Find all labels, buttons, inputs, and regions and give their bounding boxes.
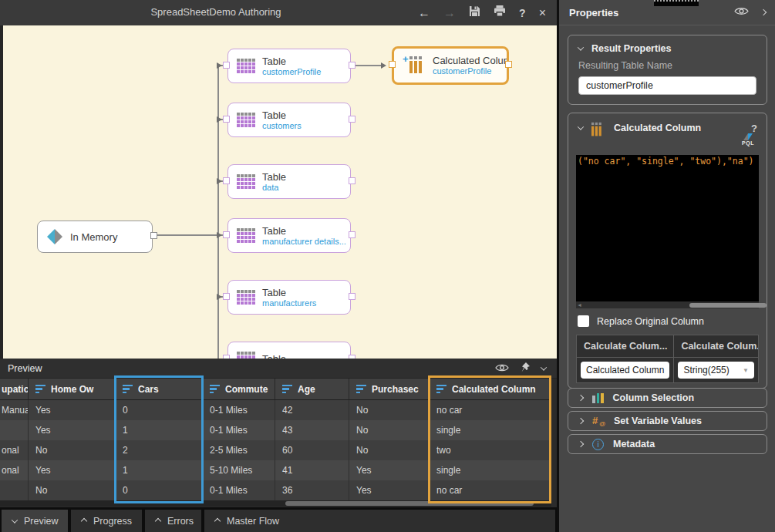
checkbox-label: Replace Original Column <box>597 316 704 327</box>
eye-icon[interactable] <box>495 362 509 375</box>
output-port[interactable] <box>349 62 355 69</box>
replace-original-column-checkbox[interactable] <box>578 315 589 327</box>
input-port[interactable] <box>223 177 230 184</box>
properties-header: Properties <box>559 0 775 25</box>
table-node-manufacturers[interactable]: Tablemanufacturers <box>227 280 351 315</box>
grid-column-header[interactable]: Calculate Colum... <box>674 335 758 358</box>
metadata-section[interactable]: i Metadata <box>568 434 767 454</box>
flow-canvas[interactable]: In Memory TablecustomerProfile Tablecust… <box>0 25 557 359</box>
table-row[interactable]: onalYes15-10 Miles41Yessingle <box>0 460 551 480</box>
column-header[interactable]: Calculated Column <box>430 379 551 400</box>
cell: 0 <box>116 400 203 420</box>
cell: 41 <box>275 460 349 480</box>
column-header[interactable]: Commute <box>203 379 275 400</box>
variable-icon: #@ <box>592 416 605 427</box>
print-icon[interactable] <box>494 5 506 20</box>
close-icon[interactable]: × <box>539 7 546 19</box>
editor-scrollbar[interactable]: ◄► <box>576 301 759 308</box>
back-icon[interactable]: ← <box>418 7 430 19</box>
table-node-partial[interactable]: Table <box>227 342 351 359</box>
edge-table-to-calc <box>355 65 381 66</box>
column-selection-icon <box>592 392 604 403</box>
arrowhead <box>381 62 386 69</box>
section-title: Set Variable Values <box>614 416 702 426</box>
input-port[interactable] <box>389 61 396 68</box>
help-icon[interactable]: ? <box>751 123 757 134</box>
eye-icon[interactable] <box>734 6 749 19</box>
column-header[interactable]: Purchasec <box>349 379 430 400</box>
in-memory-node[interactable]: In Memory <box>37 221 153 253</box>
node-title: Table <box>262 287 316 298</box>
table-row[interactable]: onalNo22-5 Miles60Notwo <box>0 440 551 460</box>
help-icon[interactable]: ? <box>519 8 526 19</box>
chevron-down-icon <box>12 517 18 523</box>
collapse-panel-icon[interactable] <box>541 364 547 370</box>
chevron-down-icon[interactable] <box>578 44 584 50</box>
tab-errors[interactable]: Errors <box>145 510 201 532</box>
input-port[interactable] <box>223 231 230 238</box>
output-port[interactable] <box>150 232 157 239</box>
input-port[interactable] <box>223 116 230 123</box>
cell: two <box>430 440 551 460</box>
table-row[interactable]: Yes10-1 Miles43Nosingle <box>0 420 551 440</box>
cell: Yes <box>29 420 116 440</box>
table-node-customerprofile[interactable]: TablecustomerProfile <box>227 49 351 83</box>
collapse-panel-icon[interactable] <box>760 9 767 15</box>
table-row[interactable]: ManualYes00-1 Miles42Nono car <box>0 400 551 420</box>
column-header[interactable]: Cars <box>116 379 203 400</box>
calculated-column-node[interactable]: + Calculated Colum...customerProfile <box>392 46 509 85</box>
chevron-down-icon: ▼ <box>743 367 749 374</box>
table-node-manufacturer-details[interactable]: Tablemanufacturer details... <box>227 218 351 253</box>
section-title: Result Properties <box>591 43 672 54</box>
table-row[interactable]: No00-1 Miles36Yesno car <box>0 480 551 500</box>
preview-panel-header: Preview <box>0 359 557 379</box>
pql-icon[interactable]: PQL <box>742 133 754 146</box>
forward-icon[interactable]: → <box>443 7 456 19</box>
save-icon[interactable] <box>469 5 480 20</box>
cell: single <box>430 420 551 440</box>
output-port[interactable] <box>349 231 355 238</box>
table-node-data[interactable]: Tabledata <box>227 164 351 199</box>
node-title: Table <box>262 56 321 67</box>
column-header[interactable]: upatic <box>0 379 29 400</box>
scrollbar-thumb[interactable] <box>285 501 534 506</box>
edge-inmemory-out <box>152 234 217 236</box>
output-port[interactable] <box>349 116 355 123</box>
horizontal-scrollbar[interactable] <box>0 500 551 507</box>
tab-progress[interactable]: Progress <box>71 510 142 532</box>
grid-column-header[interactable]: Calculate Colum... <box>577 335 674 358</box>
scrollbar-thumb[interactable] <box>689 303 767 308</box>
cell <box>0 480 29 500</box>
cell: 5-10 Miles <box>203 460 275 480</box>
node-title: Table <box>262 109 302 121</box>
table-icon <box>237 174 255 189</box>
cell: no car <box>430 400 551 420</box>
resulting-table-name-input[interactable]: customerProfile <box>578 76 756 95</box>
table-node-customers[interactable]: Tablecustomers <box>227 103 351 137</box>
column-header[interactable]: Home Ow <box>29 379 116 400</box>
input-port[interactable] <box>223 293 230 300</box>
output-port[interactable] <box>505 61 512 68</box>
chevron-right-icon <box>578 395 584 401</box>
output-port[interactable] <box>349 293 355 300</box>
chevron-down-icon[interactable] <box>578 123 584 130</box>
expression-editor[interactable]: ("no car", "single", "two"),"na") <box>576 155 759 301</box>
filter-icon <box>123 385 133 394</box>
section-title: Column Selection <box>613 392 695 403</box>
tab-master-flow[interactable]: Master Flow <box>204 510 555 532</box>
cell: 42 <box>275 400 349 420</box>
cell: 1 <box>116 460 203 480</box>
column-selection-section[interactable]: Column Selection <box>568 388 767 408</box>
set-variable-values-section[interactable]: #@ Set Variable Values <box>568 411 767 431</box>
pin-icon[interactable] <box>521 362 530 375</box>
app-window: SpreadSheetDemo Authoring ← → ? × <box>0 0 775 532</box>
tab-preview[interactable]: Preview <box>2 510 68 532</box>
output-port[interactable] <box>349 177 355 184</box>
cell: 0 <box>116 480 203 500</box>
result-properties-section: Result Properties Resulting Table Name c… <box>568 35 767 105</box>
input-port[interactable] <box>223 62 230 69</box>
column-type-dropdown[interactable]: String(255)▼ <box>678 362 754 379</box>
column-header[interactable]: Age <box>275 379 349 400</box>
cell: No <box>349 400 430 420</box>
column-name-input[interactable]: Calculated Column <box>581 362 669 379</box>
